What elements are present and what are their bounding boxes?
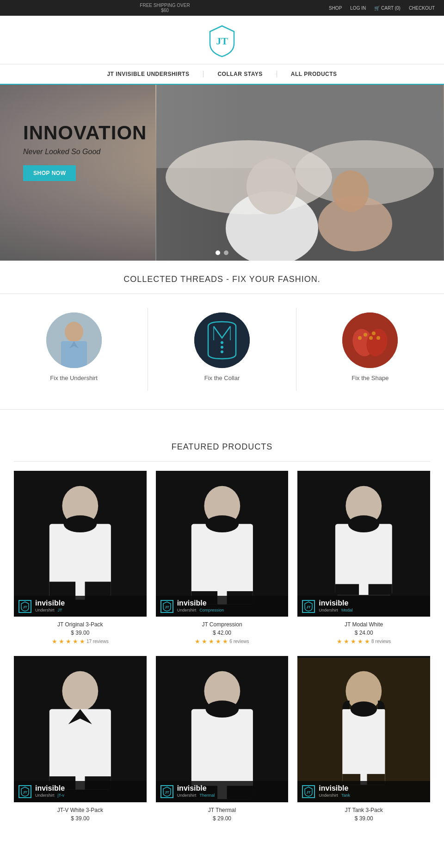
review-count-1: 6 reviews bbox=[229, 639, 249, 644]
product-badge-1: JT invisible Undershirt Compression bbox=[156, 596, 289, 617]
features-row: Fix the Undershirt Fix the Collar bbox=[0, 303, 444, 405]
svg-point-58 bbox=[205, 701, 239, 718]
undershirt-illustration bbox=[46, 312, 102, 368]
tagline: COLLECTED THREADS - FIX YOUR FASHION. bbox=[0, 261, 444, 289]
svg-text:JT: JT bbox=[165, 790, 169, 794]
svg-point-25 bbox=[372, 331, 376, 335]
feature-circle-shape bbox=[342, 312, 398, 368]
hero-section: INNOVATION Never Looked So Good SHOP NOW bbox=[0, 85, 444, 261]
feature-circle-undershirt bbox=[46, 312, 102, 368]
svg-point-49 bbox=[62, 671, 98, 711]
main-nav: JT INVISIBLE UNDERSHIRTS COLLAR STAYS AL… bbox=[0, 64, 444, 85]
hero-subheadline: Never Looked So Good bbox=[23, 148, 147, 156]
product-name-4: JT Thermal bbox=[156, 807, 289, 813]
product-badge-5: JT invisible Undershirt Tank bbox=[297, 781, 430, 802]
svg-text:JT: JT bbox=[23, 790, 27, 794]
svg-point-30 bbox=[63, 515, 97, 532]
svg-rect-45 bbox=[335, 584, 359, 595]
dot-1[interactable] bbox=[216, 250, 220, 255]
hero-text: INNOVATION Never Looked So Good SHOP NOW bbox=[23, 122, 147, 181]
product-card-2[interactable]: JT invisible Undershirt Modal JT Modal W… bbox=[297, 471, 430, 647]
stars-row-0: ★ ★ ★ ★ ★ 17 reviews bbox=[14, 638, 147, 645]
product-image-3: JT invisible Undershirt jT-v bbox=[14, 656, 147, 802]
product-name-5: JT Tank 3-Pack bbox=[297, 807, 430, 813]
product-badge-4: JT invisible Undershirt Thermal bbox=[156, 781, 289, 802]
svg-point-26 bbox=[376, 336, 380, 340]
product-badge-2: JT invisible Undershirt Modal bbox=[297, 596, 430, 617]
hero-cta-button[interactable]: SHOP NOW bbox=[23, 165, 76, 181]
svg-point-24 bbox=[369, 336, 373, 340]
svg-text:JT: JT bbox=[307, 790, 311, 794]
nav-undershirts[interactable]: JT INVISIBLE UNDERSHIRTS bbox=[93, 71, 204, 77]
shipping-text: FREE SHIPPING OVER $60 bbox=[9, 3, 321, 13]
product-price-5: $ 39.00 bbox=[297, 815, 430, 822]
products-grid: JT invisible Undershirt JT JT Original 3… bbox=[14, 471, 430, 825]
svg-point-22 bbox=[358, 336, 362, 340]
star-1: ★ bbox=[52, 638, 57, 645]
svg-point-17 bbox=[221, 346, 223, 349]
feature-label-undershirt: Fix the Undershirt bbox=[50, 375, 98, 381]
product-card-4[interactable]: JT invisible Undershirt Thermal JT Therm… bbox=[156, 656, 289, 825]
feature-undershirt[interactable]: Fix the Undershirt bbox=[0, 308, 148, 391]
product-card-5[interactable]: JT invisible Undershirt Tank JT Tank 3-P… bbox=[297, 656, 430, 825]
products-section: FEATURED PRODUCTS JT bbox=[0, 419, 444, 839]
product-badge-0: JT invisible Undershirt JT bbox=[14, 596, 147, 617]
svg-rect-64 bbox=[343, 709, 385, 785]
product-info-0: JT Original 3-Pack $ 39.00 ★ ★ ★ ★ ★ 17 … bbox=[14, 617, 147, 647]
svg-rect-46 bbox=[369, 584, 392, 595]
svg-point-65 bbox=[351, 702, 377, 717]
product-name-2: JT Modal White bbox=[297, 621, 430, 628]
features-divider bbox=[0, 409, 444, 410]
svg-point-16 bbox=[221, 341, 223, 344]
dot-2[interactable] bbox=[224, 250, 228, 255]
product-card-0[interactable]: JT invisible Undershirt JT JT Original 3… bbox=[14, 471, 147, 647]
review-count-2: 8 reviews bbox=[371, 639, 391, 644]
review-count-0: 17 reviews bbox=[86, 639, 109, 644]
login-link[interactable]: LOG IN bbox=[350, 6, 366, 11]
svg-point-13 bbox=[194, 312, 250, 368]
product-price-3: $ 39.00 bbox=[14, 815, 147, 822]
product-badge-3: JT invisible Undershirt jT-v bbox=[14, 781, 147, 802]
product-card-3[interactable]: JT invisible Undershirt jT-v JT-V White … bbox=[14, 656, 147, 825]
svg-point-37 bbox=[205, 515, 239, 532]
svg-point-10 bbox=[65, 322, 83, 342]
top-bar: FREE SHIPPING OVER $60 SHOP LOG IN 🛒 CAR… bbox=[0, 0, 444, 16]
product-price-1: $ 42.00 bbox=[156, 630, 289, 636]
product-info-5: JT Tank 3-Pack $ 39.00 bbox=[297, 802, 430, 825]
product-name-1: JT Compression bbox=[156, 621, 289, 628]
product-info-3: JT-V White 3-Pack $ 39.00 bbox=[14, 802, 147, 825]
checkout-link[interactable]: CHECKOUT bbox=[409, 6, 435, 11]
star-5: ★ bbox=[80, 638, 85, 645]
feature-shape[interactable]: Fix the Shape bbox=[296, 308, 444, 391]
product-image-2: JT invisible Undershirt Modal bbox=[297, 471, 430, 617]
product-info-2: JT Modal White $ 24.00 ★ ★ ★ ★ ★ 8 revie… bbox=[297, 617, 430, 647]
svg-text:JT: JT bbox=[23, 605, 27, 609]
svg-point-6 bbox=[247, 159, 297, 214]
cart-link[interactable]: 🛒 CART (0) bbox=[374, 6, 401, 11]
star-4: ★ bbox=[73, 638, 78, 645]
nav-all-products[interactable]: ALL PRODUCTS bbox=[277, 71, 351, 77]
svg-text:JT: JT bbox=[165, 605, 169, 609]
shape-illustration bbox=[342, 312, 398, 368]
collar-illustration bbox=[194, 312, 250, 368]
stars-row-2: ★ ★ ★ ★ ★ 8 reviews bbox=[297, 638, 430, 645]
star-2: ★ bbox=[59, 638, 64, 645]
nav-collar-stays[interactable]: COLLAR STAYS bbox=[204, 71, 277, 77]
cart-icon: 🛒 bbox=[374, 6, 380, 11]
product-name-3: JT-V White 3-Pack bbox=[14, 807, 147, 813]
product-image-4: JT invisible Undershirt Thermal bbox=[156, 656, 289, 802]
shop-link[interactable]: SHOP bbox=[329, 6, 342, 11]
svg-point-23 bbox=[364, 333, 367, 337]
logo-area: JT bbox=[0, 16, 444, 64]
feature-label-collar: Fix the Collar bbox=[204, 375, 240, 381]
svg-point-18 bbox=[221, 350, 223, 353]
svg-point-44 bbox=[348, 515, 380, 532]
product-card-1[interactable]: JT invisible Undershirt Compression JT C… bbox=[156, 471, 289, 647]
logo-link[interactable]: JT bbox=[208, 25, 236, 59]
hero-headline: INNOVATION bbox=[23, 122, 147, 144]
product-image-5: JT invisible Undershirt Tank bbox=[297, 656, 430, 802]
tagline-divider bbox=[0, 293, 444, 294]
svg-text:JT: JT bbox=[216, 35, 228, 47]
feature-collar[interactable]: Fix the Collar bbox=[148, 308, 296, 391]
svg-text:JT: JT bbox=[307, 605, 311, 609]
